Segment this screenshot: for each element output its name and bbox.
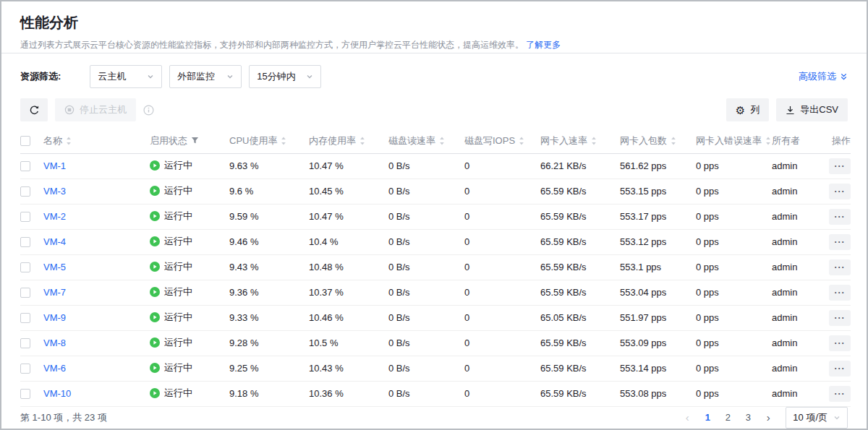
export-csv-button[interactable]: 导出CSV	[776, 98, 848, 121]
resource-type-value: 云主机	[98, 70, 126, 83]
owner-cell: admin	[772, 153, 826, 179]
column-header-net_in_err-inner[interactable]: 网卡入错误速率	[696, 134, 771, 147]
vm-name-link[interactable]: VM-8	[43, 337, 66, 348]
table-row: VM-2运行中9.59 %10.47 %0 B/s065.59 KB/s553.…	[20, 204, 851, 229]
info-circle-icon[interactable]	[143, 105, 154, 116]
ellipsis-icon: ···	[835, 237, 846, 247]
net-in-pkts-cell: 553.15 pps	[620, 179, 696, 204]
column-header-status-inner[interactable]: 启用状态	[150, 134, 199, 147]
refresh-button[interactable]	[20, 98, 48, 121]
column-header-net_in_pkts-inner[interactable]: 网卡入包数	[620, 134, 676, 147]
row-checkbox[interactable]	[20, 364, 30, 374]
vm-name-link[interactable]: VM-4	[43, 236, 66, 247]
vm-name-link[interactable]: VM-10	[43, 388, 71, 399]
row-actions-button[interactable]: ···	[829, 234, 851, 250]
row-actions-button[interactable]: ···	[829, 158, 851, 174]
row-checkbox[interactable]	[20, 262, 30, 272]
vm-name-cell: VM-3	[43, 179, 150, 204]
vm-name-link[interactable]: VM-6	[43, 363, 66, 374]
columns-button[interactable]: ⚙ 列	[726, 98, 769, 121]
row-actions-button[interactable]: ···	[829, 285, 851, 301]
column-header-disk_read-inner[interactable]: 磁盘读速率	[388, 134, 445, 147]
vm-name-link[interactable]: VM-2	[43, 211, 66, 222]
page-header: 性能分析 通过列表方式展示云平台核心资源的性能监控指标，支持外部和内部两种监控方…	[1, 1, 867, 53]
page-number-2[interactable]: 2	[719, 408, 736, 427]
net-in-err-cell: 0 pps	[696, 254, 772, 280]
row-actions-button[interactable]: ···	[829, 386, 851, 402]
column-header-name: 名称	[43, 129, 150, 153]
column-header-net_in-inner[interactable]: 网卡入速率	[540, 134, 597, 147]
disk-read-cell: 0 B/s	[388, 204, 464, 229]
status-cell: 运行中	[150, 179, 229, 204]
download-icon	[786, 106, 795, 115]
row-checkbox[interactable]	[20, 288, 30, 298]
column-label: 名称	[43, 134, 62, 147]
vm-name-link[interactable]: VM-9	[43, 312, 66, 323]
chevron-down-icon	[226, 73, 234, 80]
row-checkbox[interactable]	[20, 186, 30, 197]
row-select-cell	[20, 153, 43, 179]
stop-vm-label: 停止云主机	[80, 103, 127, 116]
vm-name-link[interactable]: VM-1	[43, 160, 66, 171]
page-subtitle: 通过列表方式展示云平台核心资源的性能监控指标，支持外部和内部两种监控方式，方便用…	[20, 39, 848, 51]
time-range-select[interactable]: 15分钟内	[249, 65, 321, 88]
next-page-chevron-icon[interactable]: ›	[760, 408, 777, 427]
monitor-type-select[interactable]: 外部监控	[169, 65, 242, 88]
row-actions-button[interactable]: ···	[829, 184, 851, 199]
column-label: 启用状态	[150, 134, 187, 147]
disk-write-iops-cell: 0	[464, 280, 540, 305]
actions-cell: ···	[826, 381, 851, 406]
actions-cell: ···	[826, 254, 851, 280]
row-actions-button[interactable]: ···	[829, 310, 851, 326]
column-header-cpu-inner[interactable]: CPU使用率	[229, 134, 286, 147]
page-number-1[interactable]: 1	[699, 408, 716, 427]
performance-analysis-page: 性能分析 通过列表方式展示云平台核心资源的性能监控指标，支持外部和内部两种监控方…	[0, 0, 868, 430]
disk-write-iops-cell: 0	[464, 179, 540, 204]
row-actions-button[interactable]: ···	[829, 259, 851, 275]
toolbar: 停止云主机 ⚙ 列 导出CSV	[1, 88, 867, 121]
row-checkbox[interactable]	[20, 212, 30, 222]
row-checkbox[interactable]	[20, 161, 30, 171]
vm-name-link[interactable]: VM-3	[43, 186, 66, 197]
column-header-disk_write_iops-inner[interactable]: 磁盘写IOPS	[464, 134, 524, 147]
ellipsis-icon: ···	[835, 389, 846, 399]
prev-page-chevron-icon[interactable]: ‹	[678, 408, 696, 427]
disk-read-cell: 0 B/s	[388, 153, 464, 179]
vm-name-link[interactable]: VM-7	[43, 287, 66, 298]
gear-icon: ⚙	[736, 105, 745, 116]
row-checkbox[interactable]	[20, 313, 30, 323]
advanced-filter-link[interactable]: 高级筛选	[799, 70, 848, 83]
row-actions-button[interactable]: ···	[829, 335, 851, 351]
net-in-err-cell: 0 pps	[696, 179, 772, 204]
resource-type-select[interactable]: 云主机	[90, 65, 162, 88]
owner-cell: admin	[772, 280, 826, 305]
row-actions-button[interactable]: ···	[829, 209, 851, 225]
learn-more-link[interactable]: 了解更多	[526, 40, 561, 50]
row-actions-button[interactable]: ···	[829, 361, 851, 377]
disk-read-cell: 0 B/s	[388, 356, 464, 381]
row-checkbox[interactable]	[20, 338, 30, 348]
stop-vm-button[interactable]: 停止云主机	[55, 98, 136, 121]
vm-name-link[interactable]: VM-5	[43, 262, 66, 272]
owner-cell: admin	[772, 179, 826, 204]
page-number-3[interactable]: 3	[739, 408, 757, 427]
select-all-checkbox[interactable]	[20, 136, 30, 146]
row-select-cell	[20, 229, 43, 254]
play-circle-status-icon	[150, 186, 160, 196]
column-label: CPU使用率	[229, 134, 277, 147]
column-label: 网卡入速率	[540, 134, 587, 147]
time-range-value: 15分钟内	[257, 70, 295, 83]
sort-icon	[359, 137, 365, 145]
select-all-header-cell	[20, 129, 43, 153]
row-checkbox[interactable]	[20, 389, 30, 399]
row-checkbox[interactable]	[20, 237, 30, 247]
disk-write-iops-cell: 0	[464, 356, 540, 381]
mem-cell: 10.36 %	[309, 381, 388, 406]
column-header-owner-inner: 所有者	[772, 134, 800, 147]
column-header-name-inner[interactable]: 名称	[43, 134, 72, 147]
page-size-select[interactable]: 10 项/页	[786, 407, 848, 429]
play-circle-status-icon	[150, 262, 160, 272]
disk-read-cell: 0 B/s	[388, 330, 464, 356]
column-header-mem-inner[interactable]: 内存使用率	[309, 134, 365, 147]
mem-cell: 10.47 %	[309, 204, 388, 229]
